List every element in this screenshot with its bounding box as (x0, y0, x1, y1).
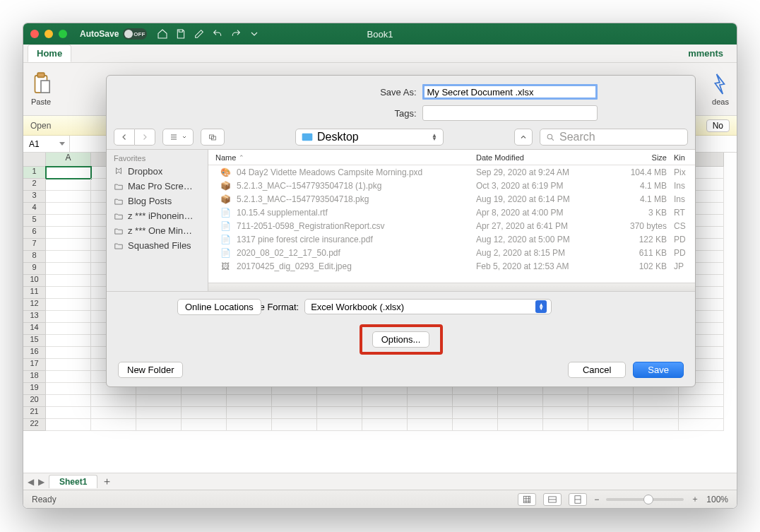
zoom-window[interactable] (59, 30, 67, 38)
home-icon[interactable] (157, 28, 168, 40)
cell[interactable] (46, 287, 91, 299)
row-header[interactable]: 16 (23, 347, 46, 359)
cell[interactable] (453, 395, 498, 407)
cell[interactable] (46, 407, 91, 419)
cell[interactable] (46, 395, 91, 407)
cell[interactable] (46, 203, 91, 215)
cell[interactable] (46, 263, 91, 275)
select-all-corner[interactable] (23, 153, 46, 167)
row-header[interactable]: 21 (23, 407, 46, 419)
row-header[interactable]: 6 (23, 227, 46, 239)
col-date[interactable]: Date Modified (476, 153, 610, 162)
row-header[interactable]: 9 (23, 263, 46, 275)
row-header[interactable]: 20 (23, 395, 46, 407)
cell[interactable] (136, 419, 182, 431)
minimize-window[interactable] (44, 30, 53, 38)
cell[interactable] (272, 419, 317, 431)
cell[interactable] (46, 179, 91, 191)
zoom-slider[interactable] (606, 498, 684, 501)
horizontal-scrollbar[interactable] (208, 283, 695, 291)
file-row[interactable]: 📦5.2.1.3_MAC--1547793504718 (1).pkgOct 3… (208, 179, 695, 192)
cell[interactable] (317, 395, 362, 407)
file-format-select[interactable]: Excel Workbook (.xlsx) ▲▼ (304, 299, 552, 314)
sidebar-item[interactable]: Dropbox (107, 164, 208, 179)
qa-dropdown-icon[interactable] (249, 28, 260, 40)
comments-button[interactable]: mments (679, 45, 732, 62)
close-window[interactable] (30, 30, 39, 38)
cell[interactable] (46, 311, 91, 323)
view-pagebreak-icon[interactable] (569, 493, 587, 506)
row-header[interactable]: 14 (23, 323, 46, 335)
undo-icon[interactable] (212, 28, 223, 40)
cell[interactable] (498, 395, 543, 407)
col-size[interactable]: Size (610, 153, 674, 162)
cell[interactable] (362, 419, 408, 431)
row-header[interactable]: 17 (23, 359, 46, 371)
file-row[interactable]: 🎨04 Day2 Vidette Meadows Campsite Mornin… (208, 165, 695, 179)
paste-button[interactable]: Paste (30, 72, 52, 106)
cell[interactable] (182, 407, 227, 419)
cancel-button[interactable]: Cancel (568, 362, 626, 378)
save-as-input[interactable] (422, 84, 598, 100)
file-row[interactable]: 📄10.15.4 supplemental.rtfApr 8, 2020 at … (208, 206, 695, 219)
row-header[interactable]: 18 (23, 371, 46, 383)
row-header[interactable]: 8 (23, 251, 46, 263)
cell[interactable] (46, 275, 91, 287)
view-layout-icon[interactable] (543, 493, 562, 506)
row-header[interactable]: 12 (23, 299, 46, 311)
edit-icon[interactable] (194, 28, 205, 40)
cell[interactable] (46, 347, 91, 359)
zoom-out-icon[interactable]: − (594, 495, 599, 504)
cell[interactable] (588, 419, 634, 431)
cell[interactable] (182, 419, 227, 431)
tags-input[interactable] (422, 105, 598, 121)
cell[interactable] (543, 395, 588, 407)
ideas-button[interactable]: deas (711, 72, 730, 106)
cell[interactable] (317, 407, 362, 419)
row-header[interactable]: 19 (23, 383, 46, 395)
cell[interactable] (91, 419, 136, 431)
file-row[interactable]: 📄1317 pine forest circle insurance.pdfAu… (208, 232, 695, 246)
sidebar-item[interactable]: Blog Posts (107, 194, 208, 208)
zoom-in-icon[interactable]: ＋ (691, 493, 699, 505)
cell[interactable] (634, 419, 679, 431)
search-input[interactable]: Search (540, 129, 688, 146)
col-header[interactable]: A (46, 153, 91, 167)
sheet-tab[interactable]: Sheet1 (49, 475, 97, 488)
cell[interactable] (634, 407, 679, 419)
cell[interactable] (588, 395, 634, 407)
cell[interactable] (182, 395, 227, 407)
col-name[interactable]: Name ⌃ (208, 153, 476, 162)
cell[interactable] (272, 407, 317, 419)
sidebar-item[interactable]: z *** iPhonein… (107, 208, 208, 223)
col-kind[interactable]: Kin (674, 153, 695, 162)
row-header[interactable]: 13 (23, 311, 46, 323)
cell[interactable] (453, 419, 498, 431)
save-icon[interactable] (175, 28, 186, 40)
cell[interactable] (408, 419, 453, 431)
add-sheet-icon[interactable]: ＋ (102, 475, 112, 488)
cell[interactable] (498, 419, 543, 431)
row-header[interactable]: 7 (23, 239, 46, 251)
cell[interactable] (46, 215, 91, 227)
cell[interactable] (46, 239, 91, 251)
cell[interactable] (543, 419, 588, 431)
group-button[interactable] (201, 129, 225, 146)
file-row[interactable]: 📦5.2.1.3_MAC--1547793504718.pkgAug 19, 2… (208, 192, 695, 206)
row-header[interactable]: 2 (23, 179, 46, 191)
cell[interactable] (317, 419, 362, 431)
cell[interactable] (498, 407, 543, 419)
view-normal-icon[interactable] (518, 493, 536, 506)
row-header[interactable]: 10 (23, 275, 46, 287)
file-row[interactable]: 📄711-2051-0598_RegistrationReport.csvApr… (208, 219, 695, 232)
cell[interactable] (227, 407, 272, 419)
cell[interactable] (634, 395, 679, 407)
cell[interactable] (362, 395, 408, 407)
cell[interactable] (679, 419, 724, 431)
cell[interactable] (46, 359, 91, 371)
row-header[interactable]: 3 (23, 191, 46, 203)
cell[interactable] (46, 167, 91, 179)
options-button[interactable]: Options... (372, 331, 430, 348)
row-header[interactable]: 4 (23, 203, 46, 215)
cell[interactable] (46, 335, 91, 347)
